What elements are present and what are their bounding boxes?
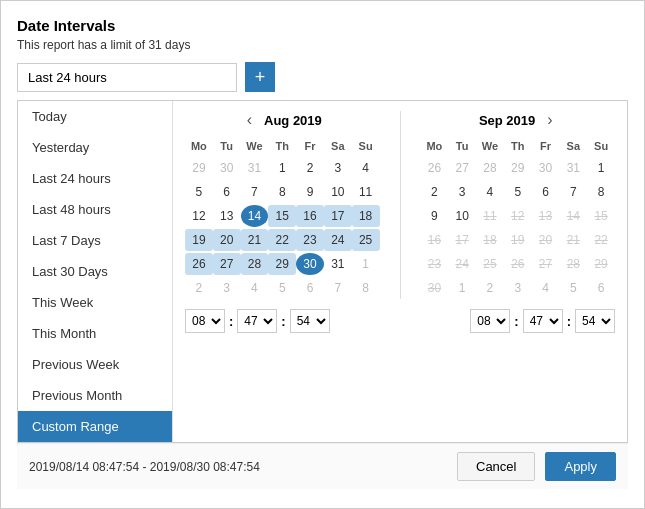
calendar-day[interactable]: 2 [185, 277, 213, 299]
time-sep: : [229, 314, 233, 329]
calendar-day[interactable]: 31 [241, 157, 269, 179]
sidebar-item-thisweek[interactable]: This Week [18, 287, 172, 318]
calendar-day[interactable]: 24 [324, 229, 352, 251]
calendar-day[interactable]: 5 [504, 181, 532, 203]
calendar-day[interactable]: 6 [213, 181, 241, 203]
time-right-minute[interactable]: 0001020304050607080910111213141516171819… [523, 309, 563, 333]
calendar-day[interactable]: 14 [241, 205, 269, 227]
calendar-day[interactable]: 1 [268, 157, 296, 179]
calendar-day[interactable]: 11 [352, 181, 380, 203]
calendar-day[interactable]: 30 [296, 253, 324, 275]
calendar-day[interactable]: 3 [213, 277, 241, 299]
time-right-hour[interactable]: 0001020304050607080910111213141516171819… [470, 309, 510, 333]
calendar-day[interactable]: 29 [185, 157, 213, 179]
calendar-day[interactable]: 2 [421, 181, 449, 203]
calendar-day[interactable]: 12 [185, 205, 213, 227]
prev-month-button[interactable]: ‹ [243, 111, 256, 129]
sidebar-item-last7[interactable]: Last 7 Days [18, 225, 172, 256]
date-input[interactable] [17, 63, 237, 92]
calendar-day[interactable]: 23 [296, 229, 324, 251]
time-left-hour[interactable]: 0001020304050607080910111213141516171819… [185, 309, 225, 333]
calendar-day[interactable]: 1 [587, 157, 615, 179]
day-header: Th [268, 137, 296, 155]
calendar-day[interactable]: 2 [296, 157, 324, 179]
calendar-day[interactable]: 4 [352, 157, 380, 179]
calendar-day[interactable]: 5 [559, 277, 587, 299]
sidebar-item-prevmonth[interactable]: Previous Month [18, 380, 172, 411]
date-intervals-panel: Date Intervals This report has a limit o… [0, 0, 645, 509]
calendar-day[interactable]: 18 [352, 205, 380, 227]
sidebar-item-yesterday[interactable]: Yesterday [18, 132, 172, 163]
calendar-day[interactable]: 4 [532, 277, 560, 299]
calendar-day[interactable]: 27 [213, 253, 241, 275]
calendar-day[interactable]: 7 [241, 181, 269, 203]
calendar-day[interactable]: 7 [324, 277, 352, 299]
calendar-day: 14 [559, 205, 587, 227]
plus-button[interactable]: + [245, 62, 275, 92]
calendar-day[interactable]: 19 [185, 229, 213, 251]
sidebar-item-prevweek[interactable]: Previous Week [18, 349, 172, 380]
calendar-day[interactable]: 26 [421, 157, 449, 179]
calendar-day[interactable]: 8 [587, 181, 615, 203]
calendar-day[interactable]: 31 [324, 253, 352, 275]
calendar-day: 23 [421, 253, 449, 275]
time-left-minute[interactable]: 0001020304050607080910111213141516171819… [237, 309, 277, 333]
calendar-day[interactable]: 10 [324, 181, 352, 203]
time-left-second[interactable]: 0001020304050607080910111213141516171819… [290, 309, 330, 333]
calendar-day[interactable]: 8 [352, 277, 380, 299]
calendar-day[interactable]: 6 [587, 277, 615, 299]
calendar-day[interactable]: 9 [296, 181, 324, 203]
sidebar-item-custom[interactable]: Custom Range [18, 411, 172, 442]
sidebar-item-last48[interactable]: Last 48 hours [18, 194, 172, 225]
sidebar-item-today[interactable]: Today [18, 101, 172, 132]
calendar-day[interactable]: 31 [559, 157, 587, 179]
calendar-day[interactable]: 27 [448, 157, 476, 179]
calendar-day[interactable]: 17 [324, 205, 352, 227]
calendar-day[interactable]: 29 [268, 253, 296, 275]
calendar-day[interactable]: 4 [241, 277, 269, 299]
calendar-day: 18 [476, 229, 504, 251]
calendar-day[interactable]: 13 [213, 205, 241, 227]
calendar-day[interactable]: 26 [185, 253, 213, 275]
calendar-day[interactable]: 3 [448, 181, 476, 203]
next-month-button[interactable]: › [543, 111, 556, 129]
calendar-day[interactable]: 1 [352, 253, 380, 275]
calendar-day[interactable]: 6 [532, 181, 560, 203]
calendar-day[interactable]: 30 [213, 157, 241, 179]
calendar-day[interactable]: 29 [504, 157, 532, 179]
time-group-right: 0001020304050607080910111213141516171819… [470, 309, 615, 333]
calendar-day[interactable]: 5 [268, 277, 296, 299]
calendar-day[interactable]: 7 [559, 181, 587, 203]
calendar-left: ‹Aug 2019MoTuWeThFrSaSu29303112345678910… [185, 111, 380, 299]
calendar-day[interactable]: 3 [324, 157, 352, 179]
calendar-day[interactable]: 6 [296, 277, 324, 299]
day-header: Th [504, 137, 532, 155]
day-header: We [476, 137, 504, 155]
calendar-day[interactable]: 10 [448, 205, 476, 227]
sidebar: TodayYesterdayLast 24 hoursLast 48 hours… [18, 101, 173, 442]
calendar-day[interactable]: 15 [268, 205, 296, 227]
time-row: 0001020304050607080910111213141516171819… [185, 309, 615, 333]
time-right-second[interactable]: 0001020304050607080910111213141516171819… [575, 309, 615, 333]
day-header: Tu [448, 137, 476, 155]
calendar-day[interactable]: 20 [213, 229, 241, 251]
calendar-day[interactable]: 5 [185, 181, 213, 203]
sidebar-item-last30[interactable]: Last 30 Days [18, 256, 172, 287]
calendar-day[interactable]: 4 [476, 181, 504, 203]
calendar-day[interactable]: 2 [476, 277, 504, 299]
calendar-day[interactable]: 21 [241, 229, 269, 251]
calendar-day[interactable]: 16 [296, 205, 324, 227]
sidebar-item-thismonth[interactable]: This Month [18, 318, 172, 349]
calendar-day[interactable]: 30 [532, 157, 560, 179]
sidebar-item-last24[interactable]: Last 24 hours [18, 163, 172, 194]
calendar-day[interactable]: 25 [352, 229, 380, 251]
cancel-button[interactable]: Cancel [457, 452, 535, 481]
calendar-day[interactable]: 1 [448, 277, 476, 299]
calendar-day[interactable]: 8 [268, 181, 296, 203]
calendar-day[interactable]: 9 [421, 205, 449, 227]
calendar-day[interactable]: 28 [241, 253, 269, 275]
calendar-day[interactable]: 28 [476, 157, 504, 179]
apply-button[interactable]: Apply [545, 452, 616, 481]
calendar-day[interactable]: 3 [504, 277, 532, 299]
calendar-day[interactable]: 22 [268, 229, 296, 251]
